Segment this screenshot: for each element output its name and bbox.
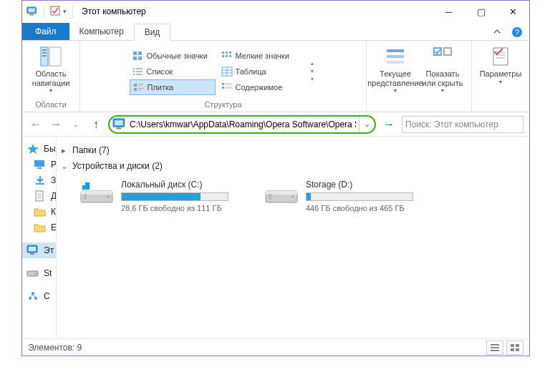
layout-small-icons[interactable]: Мелкие значки [218, 48, 304, 64]
qat-checkbox-icon[interactable] [50, 6, 60, 18]
svg-rect-43 [387, 61, 404, 64]
current-view-button[interactable]: Текущее представление ▾ [372, 44, 418, 95]
close-button[interactable]: ✕ [497, 1, 529, 22]
svg-rect-77 [516, 344, 519, 347]
tab-view[interactable]: Вид [134, 24, 171, 41]
sidebar-item-network[interactable]: С [22, 288, 56, 304]
folder-icon [34, 206, 47, 217]
chevron-down-icon: ⌄ [59, 162, 68, 171]
tiles-icon [133, 82, 145, 92]
address-bar[interactable]: ⌄ [108, 115, 376, 134]
svg-rect-18 [222, 55, 224, 57]
forward-button[interactable]: → [48, 117, 64, 132]
svg-rect-23 [133, 71, 135, 72]
options-icon [489, 45, 512, 68]
layout-table[interactable]: Таблица [218, 64, 304, 79]
layout-list[interactable]: Список [130, 64, 216, 79]
svg-rect-32 [138, 84, 143, 85]
svg-rect-24 [136, 71, 143, 72]
chevron-right-icon: ▸ [59, 146, 68, 155]
svg-rect-67 [82, 182, 85, 185]
help-icon[interactable]: ? [509, 24, 525, 40]
chevron-down-icon: ▾ [499, 79, 502, 85]
svg-rect-74 [491, 347, 499, 348]
collapse-ribbon-icon[interactable] [489, 24, 505, 40]
go-button[interactable]: → [380, 116, 397, 133]
tab-file[interactable]: Файл [22, 23, 69, 40]
network-icon [26, 290, 39, 302]
drive-icon [26, 268, 39, 279]
layout-regular-icons[interactable]: Обычные значки [130, 48, 216, 64]
this-pc-icon [26, 245, 39, 256]
svg-rect-48 [115, 120, 122, 125]
svg-rect-21 [133, 68, 135, 69]
svg-rect-26 [136, 74, 143, 75]
drive-icon [79, 180, 114, 208]
status-text: Элементов: 9 [28, 343, 82, 353]
svg-rect-41 [387, 49, 404, 52]
layout-scroll-up-icon[interactable]: ▴ [307, 60, 317, 67]
sidebar-item-downloads[interactable]: З [22, 172, 56, 188]
drive-tile[interactable]: Локальный диск (C:) 28,6 ГБ свободно из … [79, 180, 236, 212]
svg-rect-49 [117, 127, 122, 129]
qat-dropdown-icon[interactable]: ▾ [63, 8, 67, 15]
svg-point-72 [292, 196, 294, 198]
current-view-icon [384, 45, 407, 68]
up-button[interactable]: ↑ [88, 117, 104, 132]
content-pane: ▸ Папки (7) ⌄ Устройства и диски (2) Лок… [57, 137, 529, 338]
svg-rect-3 [51, 6, 59, 15]
svg-rect-36 [138, 90, 142, 91]
tab-computer[interactable]: Компьютер [69, 23, 134, 40]
address-input[interactable] [127, 117, 359, 132]
back-button[interactable]: ← [28, 117, 44, 132]
maximize-button[interactable]: ▢ [465, 1, 497, 22]
svg-rect-31 [134, 84, 137, 87]
this-pc-icon [112, 118, 127, 131]
large-icons-view-button[interactable] [506, 340, 524, 355]
sidebar-item-desktop[interactable]: Р [22, 157, 56, 172]
svg-rect-8 [42, 49, 47, 51]
minimize-button[interactable]: ─ [433, 1, 465, 22]
titlebar: ▾ Этот компьютер ─ ▢ ✕ [22, 1, 529, 22]
chevron-down-icon: ▾ [441, 87, 444, 94]
svg-rect-19 [226, 55, 228, 57]
layout-tiles[interactable]: Плитка [130, 79, 216, 95]
layout-content[interactable]: Содержимое [218, 79, 304, 95]
svg-rect-2 [29, 14, 33, 16]
search-placeholder: Поиск: Этот компьютер [405, 119, 498, 129]
svg-rect-78 [511, 348, 514, 351]
sidebar-item-this-pc[interactable]: Эт [22, 242, 56, 258]
drive-tile[interactable]: Storage (D:) 446 ГБ свободно из 465 ГБ [264, 180, 420, 212]
address-dropdown-icon[interactable]: ⌄ [359, 117, 375, 132]
body: Бы Р З Д К Е Эт St С ▸ Папки (7) ⌄ Устро… [22, 137, 529, 338]
sidebar-item-videos[interactable]: Е [22, 220, 56, 235]
window-title: Этот компьютер [82, 6, 146, 16]
sidebar-item-pictures[interactable]: К [22, 204, 56, 220]
nav-pane-button[interactable]: Область навигации ▾ [28, 44, 74, 95]
layout-more-icon[interactable]: ▾ [307, 76, 317, 82]
svg-rect-17 [229, 52, 231, 54]
svg-rect-52 [37, 167, 42, 169]
sidebar-item-storage[interactable]: St [22, 265, 56, 281]
sidebar-item-documents[interactable]: Д [22, 188, 56, 204]
svg-rect-13 [133, 57, 137, 60]
navigation-pane: Бы Р З Д К Е Эт St С [22, 137, 57, 338]
search-box[interactable]: Поиск: Этот компьютер [402, 116, 524, 133]
svg-rect-51 [34, 160, 44, 167]
svg-point-62 [32, 292, 34, 295]
group-drives[interactable]: ⌄ Устройства и диски (2) [59, 158, 526, 174]
show-hide-button[interactable]: Показать или скрыть ▾ [420, 44, 465, 95]
show-hide-icon [431, 45, 454, 68]
details-view-button[interactable] [486, 340, 503, 355]
group-folders[interactable]: ▸ Папки (7) [59, 142, 526, 158]
chevron-down-icon: ▾ [394, 87, 397, 94]
sidebar-item-quick-access[interactable]: Бы [22, 141, 56, 157]
svg-rect-38 [226, 83, 232, 85]
status-bar: Элементов: 9 [22, 338, 529, 356]
svg-rect-39 [222, 87, 224, 89]
recent-locations-icon[interactable]: ⌄ [68, 117, 84, 132]
drive-icon [264, 180, 299, 208]
options-button[interactable]: Параметры ▾ [478, 44, 524, 87]
layout-scroll-down-icon[interactable]: ▾ [307, 68, 317, 74]
svg-rect-25 [133, 74, 135, 75]
